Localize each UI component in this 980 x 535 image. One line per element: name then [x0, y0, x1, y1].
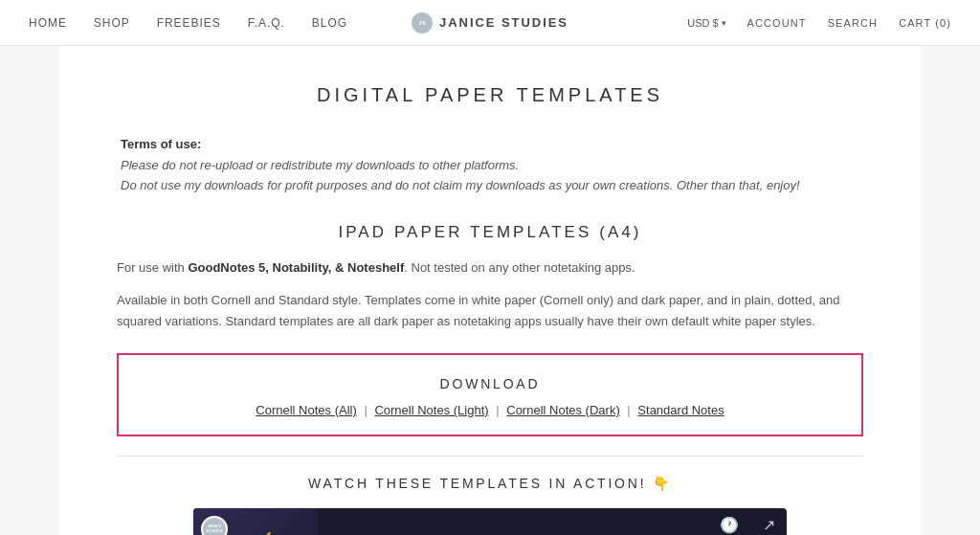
nav-shop[interactable]: SHOP [94, 16, 130, 30]
terms-title: Terms of use: [121, 137, 863, 151]
download-link-cornell-dark[interactable]: Cornell Notes (Dark) [506, 403, 619, 417]
channel-badge-text: JANICESTUDIES [206, 524, 222, 534]
nav-cart[interactable]: CART (0) [899, 17, 951, 29]
nav-left-links: HOME SHOP FREEBIES F.A.Q. BLOG [29, 16, 347, 30]
terms-line1: Please do not re-upload or redistribute … [121, 156, 863, 176]
video-thumbnail-image: JANICESTUDIES ⚡ [193, 508, 318, 535]
nav-faq[interactable]: F.A.Q. [248, 16, 285, 30]
video-watch-later-button[interactable]: 🕐 稍後觀看 [712, 516, 746, 535]
main-content: DIGITAL PAPER TEMPLATES Terms of use: Pl… [59, 46, 921, 535]
terms-section: Terms of use: Please do not re-upload or… [117, 137, 863, 196]
separator-2: | [496, 403, 502, 417]
nav-account[interactable]: ACCOUNT [747, 17, 807, 29]
section-title: IPAD PAPER TEMPLATES (A4) [117, 223, 863, 242]
nav-freebies[interactable]: FREEBIES [157, 16, 221, 30]
section-divider [117, 456, 863, 457]
brand-name: JANICE STUDIES [439, 15, 568, 30]
desc-paragraph-1: For use with GoodNotes 5, Notability, & … [117, 257, 863, 279]
nav-home[interactable]: HOME [29, 16, 67, 30]
download-link-cornell-all[interactable]: Cornell Notes (All) [256, 403, 356, 417]
nav-right-links: USD $ ▾ ACCOUNT SEARCH CART (0) [687, 17, 951, 29]
channel-badge: JANICESTUDIES [201, 516, 228, 535]
video-thumbnail[interactable]: JANICESTUDIES ⚡ Top 3 notetaking methods… [193, 508, 787, 535]
separator-1: | [364, 403, 370, 417]
currency-label: USD $ [687, 17, 718, 29]
nav-search[interactable]: SEARCH [828, 17, 878, 29]
video-controls: 🕐 稍後觀看 ↗ 分享 [712, 516, 777, 535]
navigation: HOME SHOP FREEBIES F.A.Q. BLOG JS JANICE… [0, 0, 980, 46]
download-link-cornell-light[interactable]: Cornell Notes (Light) [374, 403, 488, 417]
nav-brand-center: JS JANICE STUDIES [412, 12, 568, 33]
download-box: DOWNLOAD Cornell Notes (All) | Cornell N… [117, 353, 863, 436]
page-title: DIGITAL PAPER TEMPLATES [117, 84, 863, 106]
separator-3: | [627, 403, 634, 417]
chevron-down-icon: ▾ [722, 18, 726, 28]
share-icon: ↗ [763, 516, 775, 534]
lightning-icon: ⚡ [227, 531, 284, 535]
currency-selector[interactable]: USD $ ▾ [687, 17, 725, 29]
download-links: Cornell Notes (All) | Cornell Notes (Lig… [147, 403, 833, 417]
download-label: DOWNLOAD [147, 376, 833, 391]
desc-paragraph-2: Available in both Cornell and Standard s… [117, 290, 863, 332]
nav-blog[interactable]: BLOG [312, 16, 347, 30]
terms-line2: Do not use my downloads for profit purpo… [121, 176, 863, 196]
desc1-suffix: . Not tested on any other notetaking app… [404, 260, 635, 275]
download-link-standard[interactable]: Standard Notes [637, 403, 724, 417]
clock-icon: 🕐 [720, 516, 739, 534]
desc1-bold: GoodNotes 5, Notability, & Noteshelf [188, 260, 404, 275]
brand-logo-text: JS [418, 20, 425, 26]
video-share-button[interactable]: ↗ 分享 [760, 516, 777, 535]
watch-title: WATCH THESE TEMPLATES IN ACTION! 👇 [117, 476, 863, 491]
brand-logo-icon: JS [412, 12, 433, 33]
desc1-prefix: For use with [117, 260, 188, 275]
